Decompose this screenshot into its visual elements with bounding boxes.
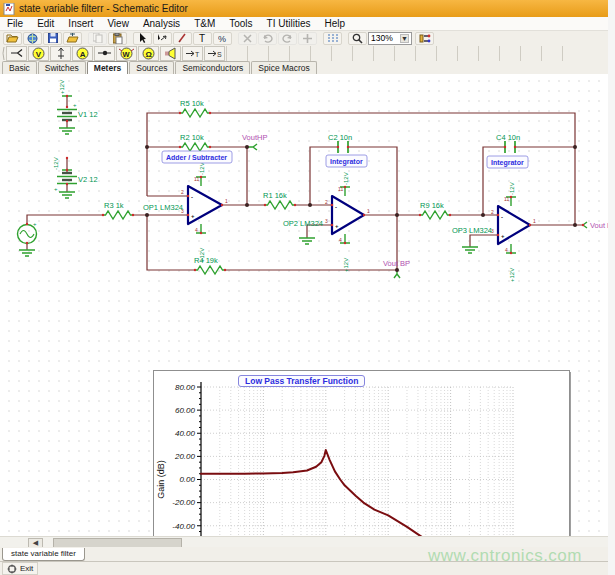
svg-text:40.00: 40.00 [175,429,196,438]
op3-pin1: 1 [533,218,536,224]
tab-switches[interactable]: Switches [38,61,86,74]
op1-minus-mark: - [191,194,193,200]
open-web-button[interactable] [23,32,42,45]
voltage-pin-icon[interactable] [6,46,27,61]
empty-slot [352,46,373,61]
svg-text:V: V [36,49,42,58]
terminal-dots [26,95,584,271]
save-button[interactable] [43,32,62,45]
schematic-canvas[interactable]: + + + - + 2 3 1 11 4 -12V +12V - + 2 [0,74,608,536]
empty-slot [394,46,415,61]
op2-plus-mark: + [335,223,339,229]
op2-vee-label: -12V [343,172,349,185]
menu-item-analysis[interactable]: Analysis [136,18,187,29]
op1-vee-label: -12V [199,162,205,175]
empty-slot [310,46,331,61]
empty-slot [478,46,499,61]
voltmeter-icon[interactable]: V [28,46,49,61]
svg-text:0.00: 0.00 [179,475,195,484]
select-cursor-button[interactable] [133,32,152,45]
label-r9: R9 16k [420,201,444,210]
copy-button[interactable] [88,32,107,45]
import-button[interactable] [63,32,82,45]
wire-cursor-button[interactable] [153,32,172,45]
op1-pin11: 11 [194,176,199,182]
label-v2: V2 12 [78,175,98,184]
exit-cell[interactable]: Exit [2,562,38,575]
component-group-tabs: BasicSwitchesMetersSourcesSemiconductors… [0,61,610,75]
add-button[interactable] [298,32,317,45]
cut-button[interactable] [238,32,257,45]
tab-meters[interactable]: Meters [87,61,128,74]
op3-pin4: 4 [505,247,508,253]
current-arrow-icon[interactable] [50,46,71,61]
chevron-down-icon[interactable]: ▼ [400,34,409,43]
source-plus-sign: + [33,221,37,227]
op1-pin4: 4 [195,227,198,233]
menu-item-help[interactable]: Help [318,18,353,29]
zoom-tool-button[interactable] [348,32,367,45]
speaker-icon[interactable] [160,46,181,61]
redo-button[interactable] [278,32,297,45]
svg-text:-20.00: -20.00 [172,498,195,507]
menu-item-t-m[interactable]: T&M [187,18,222,29]
tab-spice-macros[interactable]: Spice Macros [251,61,317,74]
sheet-tab[interactable]: state variable filter [2,548,85,561]
app-icon [3,3,15,15]
op3-plus-mark: + [501,233,505,239]
to-spectrum-icon[interactable]: S [204,46,225,61]
zoom-level-combo[interactable]: 130% ▼ [368,32,412,45]
label-c2: C2 10n [328,133,352,142]
to-time-diagram-icon[interactable]: T [182,46,203,61]
menu-item-tools[interactable]: Tools [222,18,259,29]
menu-item-ti-utilities[interactable]: TI Utilities [260,18,318,29]
grid-toggle-button[interactable] [323,32,342,45]
op2-vcc-label: +12V [343,258,349,272]
block-label-integrator2: Integrator [487,156,528,168]
empty-slot [541,46,562,61]
analysis-symbol-button[interactable]: % [213,32,232,45]
paste-button[interactable] [108,32,127,45]
menu-item-insert[interactable]: Insert [61,18,100,29]
label-voutlp: Vout LP [590,221,608,230]
menu-item-view[interactable]: View [100,18,136,29]
text-button[interactable]: T [193,32,212,45]
ammeter-icon[interactable]: A [72,46,93,61]
svg-text:S: S [217,51,222,58]
label-r4: R4 19k [194,256,218,265]
label-op2: OP2 LM324 [283,219,323,228]
op2-pin4: 4 [339,237,342,243]
component-toolbar: V A W Ω T S [0,45,610,61]
empty-slot [499,46,520,61]
svg-text:Ω: Ω [145,49,152,58]
open-button[interactable] [3,32,22,45]
pen-button[interactable] [173,32,192,45]
main-toolbar: T % 130% ▼ [0,31,611,45]
ohmmeter-icon[interactable]: Ω [138,46,159,61]
tab-basic[interactable]: Basic [2,61,37,74]
svg-text:%: % [218,34,226,43]
resistors-capacitors [18,96,588,278]
menu-item-edit[interactable]: Edit [30,18,61,29]
op3-vcc-label: +12V [509,268,515,282]
current-pin-icon[interactable] [94,46,115,61]
svg-text:-40.00: -40.00 [172,522,195,531]
undo-button[interactable] [258,32,277,45]
svg-text:20.00: 20.00 [174,452,196,461]
menu-item-file[interactable]: File [0,18,30,29]
chart-ylabel: Gain (dB) [156,460,166,499]
tab-semiconductors[interactable]: Semiconductors [175,61,250,74]
empty-slot [415,46,436,61]
op3-pin11: 11 [504,196,509,202]
schematic-editor-window: state variable filterr - Schematic Edito… [0,0,608,575]
empty-slot [289,46,310,61]
svg-text:W: W [123,49,131,58]
wattmeter-icon[interactable]: W [116,46,137,61]
label-r1: R1 16k [263,191,287,200]
v1-rail-label: +12V [59,80,65,94]
tab-sources[interactable]: Sources [129,61,174,74]
interactive-mode-button[interactable] [415,32,434,45]
label-op3: OP3 LM324 [452,226,492,235]
svg-text:60.00: 60.00 [175,406,196,415]
svg-text:A: A [80,49,86,58]
